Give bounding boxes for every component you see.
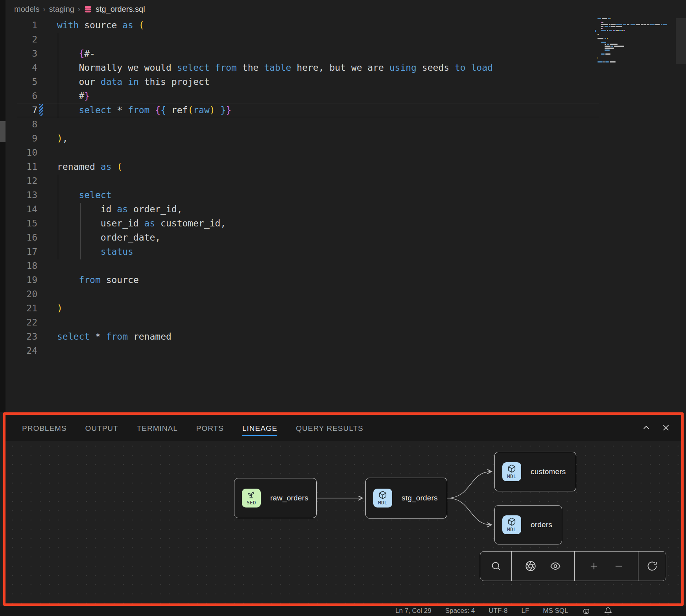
code-line: 13 select xyxy=(6,188,686,202)
node-label: stg_orders xyxy=(402,494,438,502)
code-text: ) xyxy=(37,301,63,315)
line-number[interactable]: 22 xyxy=(6,315,37,329)
tab-terminal[interactable]: TERMINAL xyxy=(137,416,178,439)
line-number[interactable]: 9 xyxy=(6,131,37,145)
tab-problems[interactable]: PROBLEMS xyxy=(22,416,67,439)
code-line: 20 xyxy=(6,287,686,301)
code-text: select * from {{ ref(raw) }} xyxy=(37,103,231,117)
code-text: with source as ( xyxy=(37,18,144,32)
line-number[interactable]: 18 xyxy=(6,259,37,273)
left-rail xyxy=(0,0,6,412)
line-number[interactable]: 8 xyxy=(6,117,37,131)
search-icon[interactable] xyxy=(491,561,502,572)
code-text: user_id as customer_id, xyxy=(37,216,226,230)
code-line: 22 xyxy=(6,315,686,329)
code-line: 3 {#- xyxy=(6,46,686,61)
node-orders[interactable]: MDLorders xyxy=(494,505,562,544)
node-label: customers xyxy=(531,467,566,476)
line-number[interactable]: 4 xyxy=(6,61,37,75)
line-number[interactable]: 6 xyxy=(6,89,37,103)
line-number[interactable]: 7 xyxy=(6,103,37,117)
status-item[interactable]: LF xyxy=(521,607,529,615)
code-text xyxy=(37,344,57,358)
seedling-badge: SED xyxy=(242,489,261,508)
node-raw_orders[interactable]: SEDraw_orders xyxy=(234,478,317,518)
eye-icon[interactable] xyxy=(550,561,561,572)
node-customers[interactable]: MDLcustomers xyxy=(494,452,576,491)
node-stg_orders[interactable]: MDLstg_orders xyxy=(365,478,447,519)
collapse-panel-icon[interactable] xyxy=(642,423,651,432)
line-number[interactable]: 15 xyxy=(6,216,37,230)
code-text xyxy=(37,32,57,46)
line-number[interactable]: 20 xyxy=(6,287,37,301)
cube-badge: MDL xyxy=(373,489,392,508)
badge-label: MDL xyxy=(507,526,516,532)
code-text: our data in this project xyxy=(37,75,210,89)
code-line: 10 xyxy=(6,145,686,160)
code-text xyxy=(37,259,57,273)
code-text: {#- xyxy=(37,46,95,61)
line-number[interactable]: 24 xyxy=(6,344,37,358)
left-rail-thumb[interactable] xyxy=(0,121,6,142)
code-line: 11renamed as ( xyxy=(6,160,686,174)
code-line: 8 xyxy=(6,117,686,131)
code-line: 2 xyxy=(6,32,686,46)
line-number[interactable]: 13 xyxy=(6,188,37,202)
cube-badge: MDL xyxy=(502,515,521,534)
code-text xyxy=(37,315,57,329)
code-text xyxy=(37,145,57,160)
aperture-icon[interactable] xyxy=(525,561,536,572)
vscode-window: models›staging› stg_orders.sql 1with sou… xyxy=(0,0,686,616)
code-text: from source xyxy=(37,273,139,287)
code-line: 17 status xyxy=(6,245,686,259)
breadcrumb-file[interactable]: stg_orders.sql xyxy=(96,5,145,14)
node-label: raw_orders xyxy=(270,494,308,502)
breadcrumb: models›staging› stg_orders.sql xyxy=(6,0,686,18)
panel-tabs: PROBLEMSOUTPUTTERMINALPORTSLINEAGEQUERY … xyxy=(22,416,363,439)
node-label: orders xyxy=(531,520,552,529)
status-item[interactable]: Ln 7, Col 29 xyxy=(395,607,432,615)
line-number[interactable]: 19 xyxy=(6,273,37,287)
line-number[interactable]: 11 xyxy=(6,160,37,174)
tab-output[interactable]: OUTPUT xyxy=(85,416,118,439)
zoom-out-icon[interactable] xyxy=(613,561,624,572)
line-number[interactable]: 3 xyxy=(6,46,37,61)
code-line: 4 Normally we would select from the tabl… xyxy=(6,61,686,75)
tab-query-results[interactable]: QUERY RESULTS xyxy=(296,416,363,439)
close-panel-icon[interactable] xyxy=(662,423,670,432)
code-line: 7 select * from {{ ref(raw) }} xyxy=(6,103,686,117)
code-line: 12 xyxy=(6,174,686,188)
line-number[interactable]: 16 xyxy=(6,230,37,245)
line-number[interactable]: 5 xyxy=(6,75,37,89)
line-number[interactable]: 1 xyxy=(6,18,37,32)
editor-scrollbar[interactable] xyxy=(676,18,686,64)
status-item[interactable]: Spaces: 4 xyxy=(445,607,475,615)
code-text xyxy=(37,174,57,188)
line-number[interactable]: 12 xyxy=(6,174,37,188)
bell-icon[interactable] xyxy=(604,607,612,615)
tab-ports[interactable]: PORTS xyxy=(196,416,224,439)
breadcrumb-item-staging[interactable]: staging xyxy=(49,5,74,14)
code-text: select xyxy=(37,188,111,202)
status-item[interactable]: UTF-8 xyxy=(489,607,507,615)
refresh-icon[interactable] xyxy=(647,561,658,572)
chevron-right-icon: › xyxy=(78,5,80,13)
code-editor[interactable]: 1with source as (23 {#-4 Normally we wou… xyxy=(6,18,686,412)
code-line: 15 user_id as customer_id, xyxy=(6,216,686,230)
line-number[interactable]: 10 xyxy=(6,145,37,160)
line-number[interactable]: 21 xyxy=(6,301,37,315)
copilot-icon[interactable] xyxy=(582,607,590,615)
lineage-toolbar xyxy=(480,551,666,581)
breadcrumb-item-models[interactable]: models xyxy=(14,5,39,14)
line-number[interactable]: 23 xyxy=(6,329,37,344)
database-icon xyxy=(84,5,92,13)
zoom-in-icon[interactable] xyxy=(588,561,599,572)
line-number[interactable]: 17 xyxy=(6,245,37,259)
line-number[interactable]: 2 xyxy=(6,32,37,46)
code-line: 5 our data in this project xyxy=(6,75,686,89)
minimap[interactable] xyxy=(597,18,670,69)
line-number[interactable]: 14 xyxy=(6,202,37,216)
code-text: #} xyxy=(37,89,90,103)
status-item[interactable]: MS SQL xyxy=(543,607,568,615)
tab-lineage[interactable]: LINEAGE xyxy=(242,416,277,439)
